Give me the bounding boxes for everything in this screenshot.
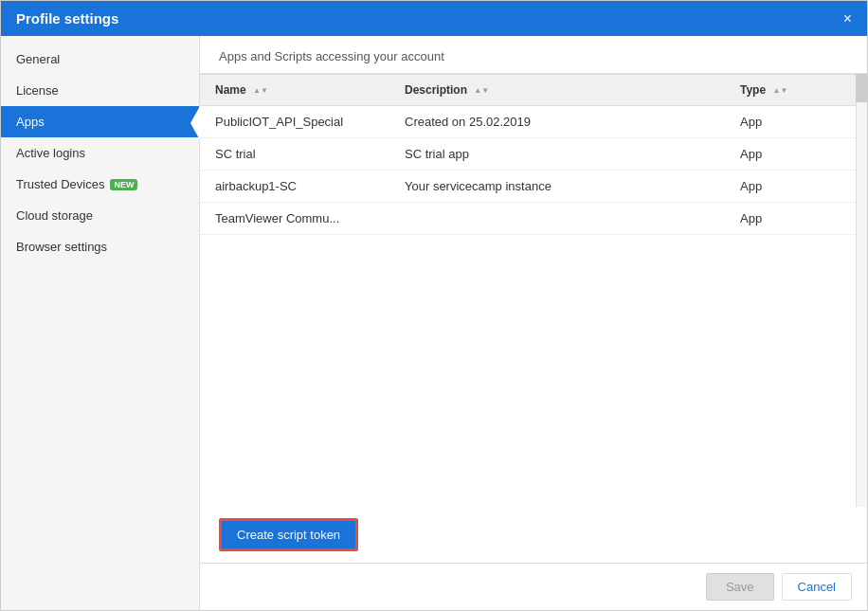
dialog-header: Profile settings ×: [1, 1, 867, 36]
cell-name-1: SC trial: [200, 138, 389, 171]
save-button: Save: [706, 573, 774, 601]
cell-name-2: airbackup1-SC: [200, 171, 389, 203]
profile-settings-dialog: Profile settings × General License Apps: [0, 0, 868, 611]
sidebar-item-apps[interactable]: Apps: [1, 106, 199, 137]
sidebar-label-cloud-storage: Cloud storage: [16, 208, 93, 223]
cell-description-3: [389, 203, 725, 235]
sidebar-label-apps: Apps: [16, 115, 45, 129]
create-script-token-button[interactable]: Create script token: [219, 518, 358, 551]
table-area[interactable]: Name ▲▼ Description ▲▼ Type ▲▼: [200, 74, 867, 507]
cell-name-0: PublicIOT_API_Special: [200, 106, 389, 138]
sidebar-item-active-logins[interactable]: Active logins: [1, 137, 199, 169]
content-header: Apps and Scripts accessing your account: [200, 36, 867, 74]
dialog-title: Profile settings: [16, 10, 118, 27]
content-header-text: Apps and Scripts accessing your account: [219, 49, 444, 63]
dialog-footer: Save Cancel: [200, 563, 867, 610]
sidebar-label-license: License: [16, 83, 59, 98]
cell-type-0: App: [725, 106, 867, 138]
table-row: PublicIOT_API_Special Created on 25.02.2…: [200, 106, 867, 138]
sidebar-item-wrapper-trusted-devices: Trusted Devices NEW: [1, 169, 199, 200]
main-content: Apps and Scripts accessing your account …: [200, 36, 867, 610]
sort-arrows-description: ▲▼: [474, 86, 489, 95]
table-row: airbackup1-SC Your servicecamp instance …: [200, 171, 867, 203]
cell-description-0: Created on 25.02.2019: [389, 106, 725, 138]
sidebar-label-trusted-devices: Trusted Devices: [16, 177, 104, 191]
sidebar-item-general[interactable]: General: [1, 44, 199, 75]
cell-type-2: App: [725, 171, 867, 203]
sidebar-item-cloud-storage[interactable]: Cloud storage: [1, 200, 199, 231]
cell-type-1: App: [725, 138, 867, 171]
bottom-area: Create script token: [200, 507, 867, 563]
apps-table: Name ▲▼ Description ▲▼ Type ▲▼: [200, 74, 867, 235]
dialog-body: General License Apps Active logins: [1, 36, 867, 610]
sidebar-label-general: General: [16, 52, 60, 66]
sidebar-item-wrapper-browser-settings: Browser settings: [1, 231, 199, 262]
scrollbar-track[interactable]: [856, 74, 867, 507]
close-button[interactable]: ×: [843, 11, 852, 27]
sidebar-item-browser-settings[interactable]: Browser settings: [1, 231, 199, 262]
cell-description-1: SC trial app: [389, 138, 725, 171]
sidebar-item-wrapper-general: General: [1, 44, 199, 75]
sidebar-item-trusted-devices[interactable]: Trusted Devices NEW: [1, 169, 199, 200]
table-row: TeamViewer Commu... App: [200, 203, 867, 235]
new-badge: NEW: [110, 179, 137, 190]
table-row: SC trial SC trial app App: [200, 138, 867, 171]
col-header-type[interactable]: Type ▲▼: [725, 75, 867, 106]
sidebar-item-wrapper-cloud-storage: Cloud storage: [1, 200, 199, 231]
sort-arrows-name: ▲▼: [253, 86, 268, 95]
sidebar: General License Apps Active logins: [1, 36, 200, 610]
cell-name-3: TeamViewer Commu...: [200, 203, 389, 235]
sidebar-label-active-logins: Active logins: [16, 146, 85, 160]
scrollbar-thumb[interactable]: [856, 74, 867, 102]
cell-type-3: App: [725, 203, 867, 235]
sort-arrows-type: ▲▼: [772, 86, 787, 95]
col-header-description[interactable]: Description ▲▼: [389, 75, 725, 106]
col-header-name[interactable]: Name ▲▼: [200, 75, 389, 106]
sidebar-item-license[interactable]: License: [1, 75, 199, 106]
sidebar-item-wrapper-apps: Apps: [1, 106, 199, 137]
sidebar-item-wrapper-license: License: [1, 75, 199, 106]
sidebar-item-wrapper-active-logins: Active logins: [1, 137, 199, 169]
cancel-button[interactable]: Cancel: [782, 573, 852, 601]
cell-description-2: Your servicecamp instance: [389, 171, 725, 203]
sidebar-label-browser-settings: Browser settings: [16, 240, 107, 254]
